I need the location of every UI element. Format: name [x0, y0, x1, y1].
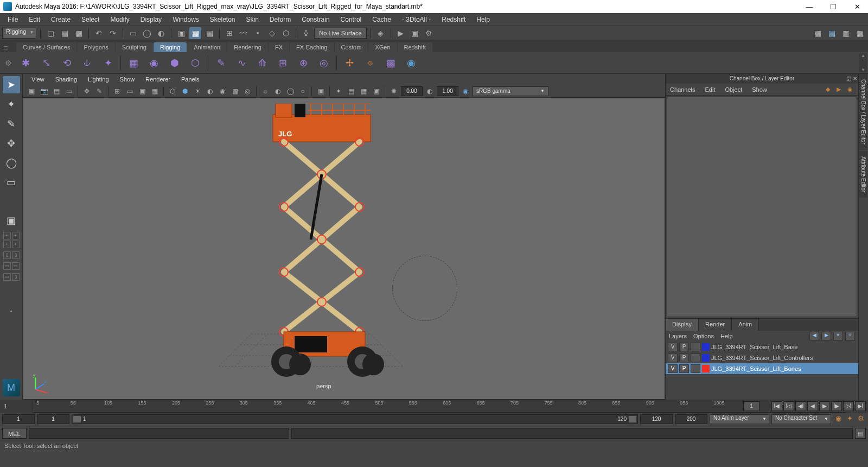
layer-tab-anim[interactable]: Anim — [732, 319, 759, 331]
layer-type-toggle[interactable] — [691, 354, 700, 362]
cb-menu-object[interactable]: Object — [723, 85, 744, 94]
redo-icon[interactable]: ↷ — [107, 27, 119, 39]
shelf-tab-custom[interactable]: Custom — [335, 42, 368, 52]
prefs-icon[interactable]: ⚙ — [856, 414, 866, 424]
sculpt-icon[interactable]: ◎ — [316, 55, 332, 71]
vp-film-gate-icon[interactable]: ▭ — [124, 86, 135, 97]
range-thumb-left[interactable] — [73, 416, 81, 422]
wrap-icon[interactable]: ⟰ — [254, 55, 270, 71]
joint-tool-icon[interactable]: ✱ — [17, 55, 34, 71]
menu-file[interactable]: File — [2, 14, 23, 25]
play-back-button[interactable]: ◀ — [807, 401, 818, 411]
snap-point-icon[interactable]: • — [252, 27, 264, 39]
layer-menu-layers[interactable]: Layers — [669, 333, 687, 339]
vp-textured-icon[interactable]: ▩ — [229, 86, 240, 97]
layout-3-icon[interactable]: ▭▯ — [3, 273, 20, 281]
rotate-tool[interactable]: ◯ — [3, 154, 20, 172]
command-input[interactable] — [29, 428, 289, 439]
vp-ao-icon[interactable]: ☼ — [260, 86, 271, 97]
vp-exposure-icon[interactable]: ✺ — [388, 86, 399, 97]
vp-grid-icon[interactable]: ⊞ — [112, 86, 123, 97]
layer-type-toggle[interactable] — [691, 364, 700, 373]
cb-menu-show[interactable]: Show — [750, 85, 769, 94]
character-set-select[interactable]: No Character Set — [771, 414, 831, 424]
shelf-options-icon[interactable]: ⚙ — [3, 59, 13, 67]
vp-shadows-icon[interactable]: ◐ — [205, 86, 215, 97]
paint-select-icon[interactable]: ◐ — [155, 27, 167, 39]
next-key-button[interactable]: ▷I — [843, 401, 854, 411]
shelf-tab-sculpting[interactable]: Sculpting — [116, 42, 153, 52]
sidetab-channel-box[interactable]: Channel Box / Layer Editor — [859, 74, 867, 150]
step-forward-button[interactable]: I▶ — [831, 401, 842, 411]
vp-xray-active-icon[interactable]: ▤ — [346, 86, 356, 97]
vp-resolution-gate-icon[interactable]: ▣ — [137, 86, 148, 97]
layer-tab-display[interactable]: Display — [666, 319, 699, 331]
vp-grease-icon[interactable]: ✎ — [94, 86, 105, 97]
layer-menu-options[interactable]: Options — [693, 333, 714, 339]
layer-playback-toggle[interactable]: P — [679, 354, 689, 362]
cb-manip-icon[interactable]: ◆ — [824, 84, 832, 94]
construction-history-icon[interactable]: ◈ — [375, 27, 387, 39]
time-slider[interactable]: 1 55510515520525530535540545550555560565… — [0, 400, 868, 413]
shelf-tab-rendering[interactable]: Rendering — [227, 42, 268, 52]
cluster-icon[interactable]: ◉ — [146, 55, 162, 71]
panel-close-icon[interactable]: ✕ — [853, 74, 857, 84]
vp-use-lights-icon[interactable]: ☀ — [192, 86, 203, 97]
magnet-icon[interactable]: ⧲ — [300, 27, 312, 39]
tool-settings-toggle-icon[interactable]: ▥ — [840, 27, 852, 39]
select-mode-icon[interactable]: ▭ — [127, 27, 139, 39]
scale-tool[interactable]: ▭ — [3, 174, 20, 191]
layer-menu-help[interactable]: Help — [720, 333, 733, 339]
layer-row[interactable]: V P JLG_3394RT_Scissor_Lift_Base — [666, 342, 858, 352]
vp-camera-icon[interactable]: 📷 — [39, 86, 49, 97]
maximize-button[interactable]: ☐ — [826, 3, 841, 11]
go-start-button[interactable]: I◀ — [771, 401, 782, 411]
step-back-button[interactable]: ◀I — [795, 401, 806, 411]
snap-plane-icon[interactable]: ◇ — [266, 27, 278, 39]
paint-tool[interactable]: ✎ — [3, 115, 20, 132]
range-end-field[interactable]: 200 — [675, 414, 707, 424]
vp-gamma-icon[interactable]: ◐ — [424, 86, 435, 97]
parent-constraint-icon[interactable]: ✢ — [341, 55, 358, 71]
set-key-icon[interactable]: ✦ — [845, 414, 854, 424]
panel-popout-icon[interactable]: ◱ — [846, 74, 851, 84]
move-tool[interactable]: ✥ — [3, 135, 20, 152]
vp-colorspace-select[interactable]: sRGB gamma — [473, 86, 548, 96]
vp-image-plane-icon[interactable]: ▭ — [63, 86, 74, 97]
vp-joints-icon[interactable]: ▦ — [358, 86, 369, 97]
vp-ik-icon[interactable]: ▣ — [371, 86, 381, 97]
menu-modify[interactable]: Modify — [105, 14, 135, 25]
prev-key-button[interactable]: I◁ — [783, 401, 794, 411]
vp-menu-view[interactable]: View — [26, 75, 50, 84]
snap-grid-icon[interactable]: ⊞ — [224, 27, 235, 39]
select-component-icon[interactable]: ▤ — [203, 27, 215, 39]
layer-row[interactable]: V P JLG_3394RT_Scissor_Lift_Controllers — [666, 352, 858, 363]
play-forward-button[interactable]: ▶ — [819, 401, 830, 411]
vp-xray-icon[interactable]: ◎ — [242, 86, 253, 97]
range-thumb-right[interactable] — [629, 416, 636, 422]
sidetab-attribute-editor[interactable]: Attribute Editor — [859, 151, 867, 198]
shelf-handle-icon[interactable]: ≡ — [3, 43, 8, 52]
menu-skeleton[interactable]: Skeleton — [205, 14, 241, 25]
shelf-scroll[interactable]: ▲▼ — [859, 53, 867, 72]
save-scene-icon[interactable]: ▦ — [73, 27, 85, 39]
range-slider[interactable]: 1 120 — [72, 414, 638, 424]
paint-weights-icon[interactable]: ✎ — [213, 55, 229, 71]
shelf-tab-xgen[interactable]: XGen — [368, 42, 397, 52]
auto-key-icon[interactable]: ◉ — [833, 414, 843, 424]
layer-type-toggle[interactable] — [691, 343, 700, 351]
menu-constrain[interactable]: Constrain — [296, 14, 335, 25]
menu-control[interactable]: Control — [335, 14, 367, 25]
channel-box-toggle-icon[interactable]: ▦ — [854, 27, 866, 39]
vp-menu-panels[interactable]: Panels — [176, 75, 205, 84]
go-end-button[interactable]: ▶I — [855, 401, 866, 411]
vp-dof-icon[interactable]: ○ — [297, 86, 308, 97]
menu-redshift[interactable]: Redshift — [436, 14, 471, 25]
live-surface-field[interactable]: No Live Surface — [314, 28, 366, 39]
smooth-bind-icon[interactable]: ⬢ — [167, 55, 183, 71]
vp-select-camera-icon[interactable]: ▣ — [26, 86, 37, 97]
maya-logo-icon[interactable]: M — [3, 379, 20, 396]
layer-playback-toggle[interactable]: P — [679, 343, 689, 351]
vp-gamma-value[interactable]: 1.00 — [437, 86, 458, 96]
range-start-field[interactable]: 1 — [2, 414, 35, 424]
